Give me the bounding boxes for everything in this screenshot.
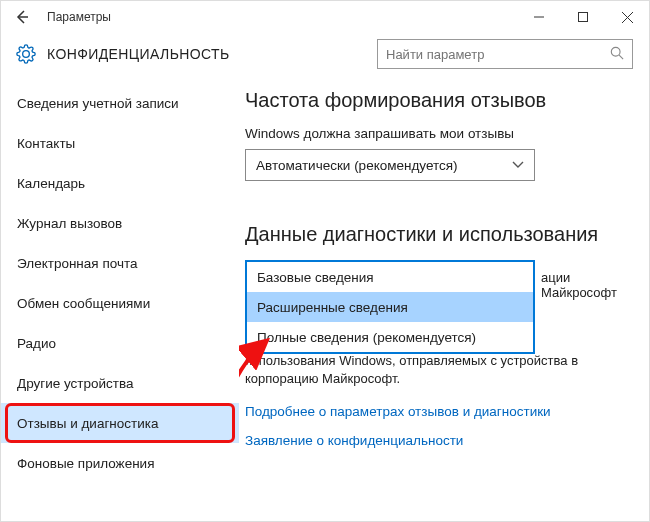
arrow-left-icon bbox=[14, 9, 30, 25]
sidebar-item-messaging[interactable]: Обмен сообщениями bbox=[1, 283, 239, 323]
sidebar-item-call-history[interactable]: Журнал вызовов bbox=[1, 203, 239, 243]
search-box[interactable] bbox=[377, 39, 633, 69]
select-value: Автоматически (рекомендуется) bbox=[256, 158, 458, 173]
diagnostics-description-fragment: ации Майкрософт bbox=[541, 270, 627, 300]
sidebar-item-label: Другие устройства bbox=[17, 376, 134, 391]
sidebar-item-calendar[interactable]: Календарь bbox=[1, 163, 239, 203]
sidebar: Сведения учетной записи Контакты Календа… bbox=[1, 75, 239, 483]
search-icon bbox=[610, 46, 624, 63]
sidebar-item-background-apps[interactable]: Фоновые приложения bbox=[1, 443, 239, 483]
sidebar-item-other-devices[interactable]: Другие устройства bbox=[1, 363, 239, 403]
sidebar-item-radio[interactable]: Радио bbox=[1, 323, 239, 363]
link-learn-more[interactable]: Подробнее о параметрах отзывов и диагнос… bbox=[245, 404, 627, 419]
maximize-button[interactable] bbox=[561, 2, 605, 32]
sidebar-item-feedback-diagnostics[interactable]: Отзывы и диагностика bbox=[1, 403, 239, 443]
close-button[interactable] bbox=[605, 2, 649, 32]
dropdown-option-enhanced[interactable]: Расширенные сведения bbox=[247, 292, 533, 322]
dropdown-option-basic[interactable]: Базовые сведения bbox=[247, 262, 533, 292]
sidebar-item-label: Журнал вызовов bbox=[17, 216, 122, 231]
feedback-label: Windows должна запрашивать мои отзывы bbox=[245, 126, 627, 141]
maximize-icon bbox=[578, 12, 588, 22]
diagnostics-heading: Данные диагностики и использования bbox=[245, 223, 627, 246]
sidebar-item-account-info[interactable]: Сведения учетной записи bbox=[1, 83, 239, 123]
minimize-icon bbox=[534, 12, 544, 22]
sidebar-item-contacts[interactable]: Контакты bbox=[1, 123, 239, 163]
link-privacy-statement[interactable]: Заявление о конфиденциальности bbox=[245, 433, 627, 448]
page-title: КОНФИДЕНЦИАЛЬНОСТЬ bbox=[47, 46, 230, 62]
sidebar-item-email[interactable]: Электронная почта bbox=[1, 243, 239, 283]
window-title: Параметры bbox=[47, 10, 111, 24]
diagnostics-dropdown[interactable]: Базовые сведения Расширенные сведения По… bbox=[245, 260, 535, 354]
sidebar-item-label: Отзывы и диагностика bbox=[17, 416, 159, 431]
option-label: Базовые сведения bbox=[257, 270, 374, 285]
close-icon bbox=[622, 12, 633, 23]
minimize-button[interactable] bbox=[517, 2, 561, 32]
svg-line-6 bbox=[619, 55, 623, 59]
feedback-frequency-select[interactable]: Автоматически (рекомендуется) bbox=[245, 149, 535, 181]
chevron-down-icon bbox=[512, 158, 524, 172]
gear-icon bbox=[15, 43, 37, 65]
sidebar-item-label: Календарь bbox=[17, 176, 85, 191]
sidebar-item-label: Сведения учетной записи bbox=[17, 96, 179, 111]
sidebar-item-label: Фоновые приложения bbox=[17, 456, 154, 471]
feedback-heading: Частота формирования отзывов bbox=[245, 89, 627, 112]
content-area: Частота формирования отзывов Windows дол… bbox=[239, 75, 649, 522]
sidebar-item-label: Радио bbox=[17, 336, 56, 351]
option-label: Расширенные сведения bbox=[257, 300, 408, 315]
search-input[interactable] bbox=[386, 47, 610, 62]
option-label: Полные сведения (рекомендуется) bbox=[257, 330, 476, 345]
back-button[interactable] bbox=[7, 2, 37, 32]
sidebar-item-label: Обмен сообщениями bbox=[17, 296, 150, 311]
sidebar-item-label: Электронная почта bbox=[17, 256, 137, 271]
titlebar: Параметры bbox=[1, 1, 649, 33]
diagnostics-description: Этот параметр контролирует объем данных … bbox=[245, 352, 627, 388]
header: КОНФИДЕНЦИАЛЬНОСТЬ bbox=[1, 33, 649, 75]
svg-point-5 bbox=[611, 47, 620, 56]
sidebar-item-label: Контакты bbox=[17, 136, 75, 151]
dropdown-option-full[interactable]: Полные сведения (рекомендуется) bbox=[247, 322, 533, 352]
svg-rect-2 bbox=[579, 13, 588, 22]
